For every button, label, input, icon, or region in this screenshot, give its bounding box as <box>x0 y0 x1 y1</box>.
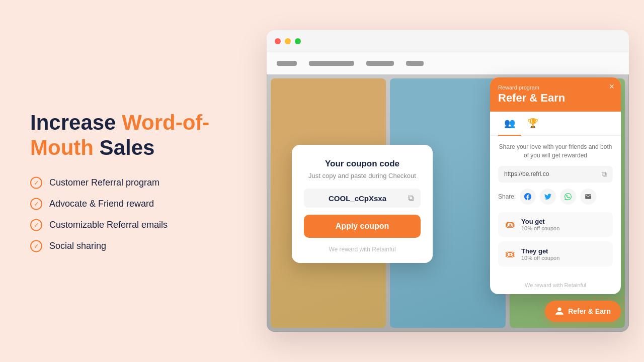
refer-tab-icon: 👥 <box>504 118 515 128</box>
dot-4 <box>615 297 617 299</box>
widget-footer: We reward with Retainful <box>490 278 621 294</box>
reward-title-they: They get <box>521 247 559 255</box>
dot-1 <box>594 297 596 299</box>
feature-item-3: ✓ Customizable Referral emails <box>30 219 247 231</box>
feature-label-4: Social sharing <box>49 241 106 251</box>
left-section: Increase Word-of-Mouth Sales ✓ Customer … <box>30 110 247 252</box>
referral-link-text: https://be.refrl.co <box>504 170 598 177</box>
dot-15 <box>622 308 624 310</box>
copy-icon[interactable]: ⧉ <box>408 194 414 203</box>
browser-window: Your coupon code Just copy and paste dur… <box>267 30 629 332</box>
browser-dot-yellow[interactable] <box>285 38 291 44</box>
dot-10 <box>622 302 624 305</box>
widget-title: Refer & Earn <box>498 92 613 105</box>
check-icon-1: ✓ <box>30 176 42 189</box>
apply-coupon-button[interactable]: Apply coupon <box>304 215 421 238</box>
coupon-code-text: COOL_cCpXsxa <box>311 194 404 203</box>
nav-item-learn <box>406 61 424 66</box>
nav-item-home <box>277 61 297 66</box>
referral-link-row: https://be.refrl.co ⧉ <box>498 166 613 183</box>
dot-2 <box>601 297 603 299</box>
browser-content: Your coupon code Just copy and paste dur… <box>267 52 629 332</box>
headline-suffix: Sales <box>94 136 154 159</box>
widget-header: Reward program Refer & Earn ✕ <box>490 77 621 112</box>
refer-earn-float-button[interactable]: Refer & Earn <box>545 301 621 322</box>
feature-item-1: ✓ Customer Referral program <box>30 176 247 189</box>
headline-prefix: Increase <box>30 111 122 134</box>
widget-tabs: 👥 🏆 <box>490 112 621 136</box>
share-whatsapp-icon[interactable] <box>560 189 576 205</box>
browser-topbar <box>267 30 629 52</box>
share-icons-row: Share: <box>498 189 613 205</box>
coupon-subtitle: Just copy and paste during Checkout <box>304 172 421 179</box>
check-icon-2: ✓ <box>30 198 42 210</box>
feature-label-2: Advocate & Friend reward <box>49 199 154 209</box>
browser-dot-green[interactable] <box>295 38 301 44</box>
feature-list: ✓ Customer Referral program ✓ Advocate &… <box>30 176 247 252</box>
widget-label: Reward program <box>498 84 613 90</box>
check-icon-3: ✓ <box>30 219 42 231</box>
feature-item-2: ✓ Advocate & Friend reward <box>30 198 247 210</box>
nav-item-activewear <box>309 61 354 66</box>
refer-earn-widget: Reward program Refer & Earn ✕ 👥 🏆 Share … <box>490 77 621 294</box>
coupon-footer: We reward with Retainful <box>304 246 421 253</box>
widget-share-text: Share your love with your friends and bo… <box>498 143 613 160</box>
browser-dot-red[interactable] <box>275 38 281 44</box>
headline: Increase Word-of-Mouth Sales <box>30 110 247 161</box>
coupon-title: Your coupon code <box>304 159 421 169</box>
reward-icon-you: 🎟 <box>505 219 515 230</box>
nav-item-under50 <box>366 61 394 66</box>
reward-desc-they: 10% off coupon <box>521 255 559 261</box>
refer-float-label: Refer & Earn <box>568 307 611 315</box>
share-twitter-icon[interactable] <box>540 189 556 205</box>
widget-close-button[interactable]: ✕ <box>609 82 615 90</box>
share-label: Share: <box>498 193 516 200</box>
reward-desc-you: 10% off coupon <box>521 225 559 231</box>
rewards-tab-icon: 🏆 <box>527 118 538 128</box>
dot-5 <box>622 297 624 299</box>
feature-label-1: Customer Referral program <box>49 177 159 188</box>
tab-refer[interactable]: 👥 <box>498 112 521 135</box>
reward-title-you: You get <box>521 218 559 225</box>
copy-link-icon[interactable]: ⧉ <box>602 170 607 178</box>
reward-icon-they: 🎟 <box>505 248 515 260</box>
reward-card-you-get: 🎟 You get 10% off coupon <box>498 212 613 237</box>
reward-info-they: They get 10% off coupon <box>521 247 559 261</box>
feature-label-3: Customizable Referral emails <box>49 220 168 230</box>
coupon-code-row: COOL_cCpXsxa ⧉ <box>304 189 421 208</box>
refer-float-icon <box>555 307 564 316</box>
dot-3 <box>608 297 610 299</box>
share-email-icon[interactable] <box>580 189 596 205</box>
share-facebook-icon[interactable] <box>520 189 536 205</box>
tab-rewards[interactable]: 🏆 <box>521 112 544 135</box>
reward-card-they-get: 🎟 They get 10% off coupon <box>498 241 613 267</box>
store-nav <box>267 52 629 74</box>
feature-item-4: ✓ Social sharing <box>30 240 247 252</box>
coupon-modal: Your coupon code Just copy and paste dur… <box>292 145 433 263</box>
check-icon-4: ✓ <box>30 240 42 252</box>
widget-body: Share your love with your friends and bo… <box>490 136 621 278</box>
reward-info-you: You get 10% off coupon <box>521 218 559 231</box>
